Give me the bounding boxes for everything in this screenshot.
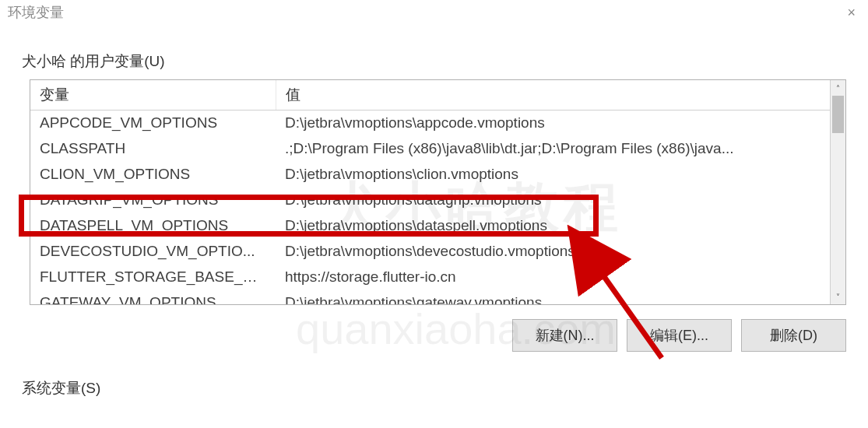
variable-cell: CLASSPATH <box>30 136 276 162</box>
variable-cell: DATASPELL_VM_OPTIONS <box>30 213 276 239</box>
delete-button[interactable]: 删除(D) <box>741 319 846 352</box>
variable-cell: DEVECOSTUDIO_VM_OPTIO... <box>30 239 276 265</box>
close-icon[interactable]: × <box>842 5 860 21</box>
table-row[interactable]: APPCODE_VM_OPTIONSD:\jetbra\vmoptions\ap… <box>30 111 830 136</box>
table-row[interactable]: DATASPELL_VM_OPTIONSD:\jetbra\vmoptions\… <box>30 213 830 239</box>
window-title: 环境变量 <box>8 3 64 22</box>
table-row[interactable]: DATAGRIP_VM_OPTIONSD:\jetbra\vmoptions\d… <box>30 188 830 213</box>
system-variables-label: 系统变量(S) <box>22 378 846 398</box>
table-row[interactable]: DEVECOSTUDIO_VM_OPTIO...D:\jetbra\vmopti… <box>30 239 830 265</box>
variable-cell: APPCODE_VM_OPTIONS <box>30 111 276 136</box>
variable-cell: CLION_VM_OPTIONS <box>30 162 276 188</box>
user-variables-label: 犬小哈 的用户变量(U) <box>22 51 846 72</box>
scroll-up-icon[interactable]: ˄ <box>831 80 845 96</box>
value-cell: D:\jetbra\vmoptions\dataspell.vmoptions <box>276 213 830 239</box>
table-header-row: 变量 值 <box>30 80 830 111</box>
title-bar: 环境变量 × <box>0 0 868 28</box>
scroll-down-icon[interactable]: ˅ <box>831 289 845 304</box>
table-row[interactable]: GATEWAY_VM_OPTIONSD:\jetbra\vmoptions\ga… <box>30 290 830 305</box>
content-area: 犬小哈 的用户变量(U) 变量 值 APPCODE_VM_OPTIONSD:\j… <box>0 28 868 398</box>
variable-cell: GATEWAY_VM_OPTIONS <box>30 290 276 305</box>
value-cell: .;D:\Program Files (x86)\java8\lib\dt.ja… <box>276 136 830 162</box>
user-variables-table: 变量 值 APPCODE_VM_OPTIONSD:\jetbra\vmoptio… <box>30 79 846 305</box>
table-row[interactable]: CLASSPATH.;D:\Program Files (x86)\java8\… <box>30 136 830 162</box>
value-cell: D:\jetbra\vmoptions\datagrip.vmoptions <box>276 188 830 213</box>
variable-cell: DATAGRIP_VM_OPTIONS <box>30 188 276 213</box>
value-cell: D:\jetbra\vmoptions\appcode.vmoptions <box>276 111 830 136</box>
user-buttons: 新建(N)... 编辑(E)... 删除(D) <box>22 319 846 352</box>
value-cell: D:\jetbra\vmoptions\devecostudio.vmoptio… <box>276 239 830 265</box>
edit-button[interactable]: 编辑(E)... <box>627 319 732 352</box>
vertical-scrollbar[interactable]: ˄ ˅ <box>830 80 845 304</box>
value-cell: D:\jetbra\vmoptions\clion.vmoptions <box>276 162 830 188</box>
value-cell: https://storage.flutter-io.cn <box>276 265 830 290</box>
table-row[interactable]: FLUTTER_STORAGE_BASE_URLhttps://storage.… <box>30 265 830 290</box>
column-variable[interactable]: 变量 <box>30 80 276 111</box>
scroll-thumb[interactable] <box>832 96 844 133</box>
column-value[interactable]: 值 <box>276 80 830 111</box>
variable-cell: FLUTTER_STORAGE_BASE_URL <box>30 265 276 290</box>
table-row[interactable]: CLION_VM_OPTIONSD:\jetbra\vmoptions\clio… <box>30 162 830 188</box>
value-cell: D:\jetbra\vmoptions\gateway.vmoptions <box>276 290 830 305</box>
new-button[interactable]: 新建(N)... <box>512 319 617 352</box>
